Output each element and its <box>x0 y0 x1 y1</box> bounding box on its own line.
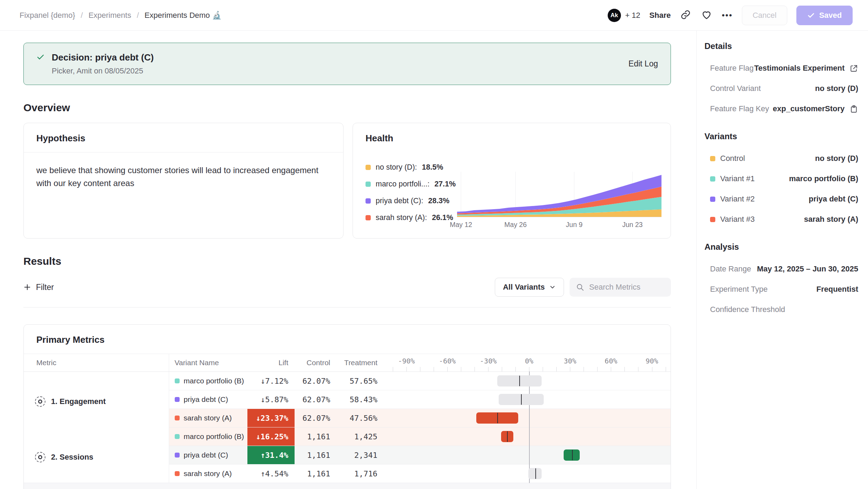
chevron-down-icon <box>549 284 556 291</box>
axis-ruler-tick <box>652 367 652 371</box>
axis-tick-label: -30% <box>480 357 497 365</box>
edit-log-button[interactable]: Edit Log <box>629 59 658 69</box>
variant-label: marco portfolio (B) <box>184 377 244 385</box>
lift-value-marker <box>519 376 520 386</box>
avatar[interactable]: Ak <box>608 9 621 22</box>
treatment-cell: 58.43% <box>337 390 384 409</box>
search-metrics-box <box>570 278 671 297</box>
treatment-cell: 2,341 <box>337 446 384 465</box>
variant-name-cell: sarah story (A) <box>169 465 247 483</box>
legend-item: sarah story (A): 26.1% <box>366 209 456 226</box>
results-divider <box>23 307 671 307</box>
col-treatment: Treatment <box>337 354 384 372</box>
sidebar-row-label: Control <box>710 154 745 163</box>
breadcrumb-item[interactable]: Experiments Demo 🔬 <box>145 11 222 20</box>
treatment-cell: 47.56% <box>337 409 384 427</box>
variant-color-swatch <box>710 176 715 182</box>
axis-ruler-tick <box>597 367 598 371</box>
axis-ruler-tick <box>406 367 407 371</box>
external-link-icon[interactable] <box>849 64 858 73</box>
search-metrics-input[interactable] <box>589 283 665 292</box>
goal-target-icon <box>35 396 45 407</box>
breadcrumb: Fixpanel {demo}/Experiments/Experiments … <box>20 11 222 20</box>
variant-color-swatch <box>710 156 715 161</box>
copy-link-icon[interactable] <box>680 9 692 21</box>
primary-metrics-title: Primary Metrics <box>24 325 671 354</box>
control-cell: 1,161 <box>295 446 337 465</box>
control-cell: 1,161 <box>295 427 337 446</box>
axis-ruler-tick <box>515 367 516 371</box>
variant-color-swatch <box>175 416 180 420</box>
sidebar-section-title: Details <box>704 41 858 51</box>
favorite-heart-icon[interactable] <box>701 9 713 21</box>
sidebar-row-label: Control Variant <box>710 84 761 93</box>
health-title: Health <box>353 123 671 152</box>
variant-name-cell: marco portfolio (B) <box>169 372 247 390</box>
saved-button[interactable]: Saved <box>796 6 853 25</box>
sidebar-row-label: Variant #2 <box>710 194 755 204</box>
topbar-actions: Ak + 12 Share ••• Cancel Saved <box>608 6 853 25</box>
legend-label: marco portfoli...: <box>376 180 429 189</box>
axis-ruler-tick <box>434 367 434 371</box>
breadcrumb-item[interactable]: Fixpanel {demo} <box>20 11 75 20</box>
axis-ruler-tick <box>666 367 666 371</box>
cancel-button[interactable]: Cancel <box>742 6 787 25</box>
x-axis-label: Jun 23 <box>622 221 643 229</box>
axis-ruler-tick <box>529 367 529 371</box>
goal-target-icon <box>35 452 45 462</box>
sidebar-row: Controlno story (D) <box>704 148 858 169</box>
axis-tick-label: 60% <box>605 357 617 365</box>
zero-percent-line <box>529 446 530 465</box>
variant-label: priya debt (C) <box>184 451 228 459</box>
top-bar: Fixpanel {demo}/Experiments/Experiments … <box>0 0 868 31</box>
lift-value-marker <box>521 394 522 405</box>
breadcrumb-item[interactable]: Experiments <box>88 11 131 20</box>
sidebar-row: Variant #2priya debt (C) <box>704 189 858 209</box>
x-axis-label: May 12 <box>450 221 472 229</box>
treatment-cell: 57.65% <box>337 372 384 390</box>
legend-value: 27.1% <box>434 180 456 189</box>
axis-tick-label: -60% <box>439 357 456 365</box>
metric-variant-row[interactable]: 2. Sessionsmarco portfolio (B)↓16.25%1,1… <box>24 427 671 446</box>
sidebar-row-label: Feature Flag Key <box>710 104 769 113</box>
axis-ruler-tick <box>461 367 461 371</box>
zero-percent-line <box>529 427 530 446</box>
hypothesis-body: we believe that showing customer stories… <box>24 153 331 201</box>
clipboard-icon[interactable] <box>849 105 858 113</box>
axis-tick-label: -90% <box>398 357 415 365</box>
add-filter-button[interactable]: Filter <box>23 283 54 292</box>
all-variants-dropdown[interactable]: All Variants <box>495 278 564 297</box>
confidence-interval-cell <box>384 372 671 390</box>
variant-name-cell: sarah story (A) <box>169 409 247 427</box>
axis-ruler-tick <box>502 367 502 371</box>
sidebar-row-value: May 12, 2025 – Jun 30, 2025 <box>757 264 858 274</box>
overview-heading: Overview <box>23 102 671 114</box>
confidence-interval-cell <box>384 427 671 446</box>
confidence-interval-cell <box>384 390 671 409</box>
decision-title: Decision: priya debt (C) <box>52 52 154 63</box>
axis-ruler-tick <box>638 367 638 371</box>
decision-subtitle: Picker, Amit on 08/05/2025 <box>52 66 154 76</box>
legend-item: marco portfoli...: 27.1% <box>366 176 456 192</box>
control-cell: 62.07% <box>295 390 337 409</box>
metric-variant-row[interactable]: 1. Engagementmarco portfolio (B)↓7.12%62… <box>24 372 671 390</box>
sidebar-row: Feature FlagTestimonials Experiment <box>704 58 858 78</box>
axis-ruler-tick <box>556 367 557 371</box>
axis-ruler-tick <box>543 367 543 371</box>
lift-cell: ↑31.4% <box>247 446 295 465</box>
share-button[interactable]: Share <box>649 11 671 20</box>
sidebar-row-value: no story (D) <box>815 84 858 93</box>
primary-metrics-table: Metric Variant Name Lift Control Treatme… <box>24 354 671 483</box>
axis-ruler-tick <box>488 367 489 371</box>
lift-cell: ↓5.87% <box>247 390 295 409</box>
variant-color-swatch <box>175 471 180 476</box>
sidebar-row: Experiment TypeFrequentist <box>704 279 858 299</box>
legend-item: no story (D): 18.5% <box>366 159 456 176</box>
metric-cell: 1. Engagement <box>24 372 169 427</box>
more-options-button[interactable]: ••• <box>722 10 732 20</box>
sidebar-section-title: Variants <box>704 132 858 141</box>
sidebar-row-value: Testimonials Experiment <box>754 64 858 73</box>
metric-label: 2. Sessions <box>51 453 93 462</box>
variant-label: marco portfolio (B) <box>184 432 244 441</box>
breadcrumb-separator: / <box>137 11 139 20</box>
